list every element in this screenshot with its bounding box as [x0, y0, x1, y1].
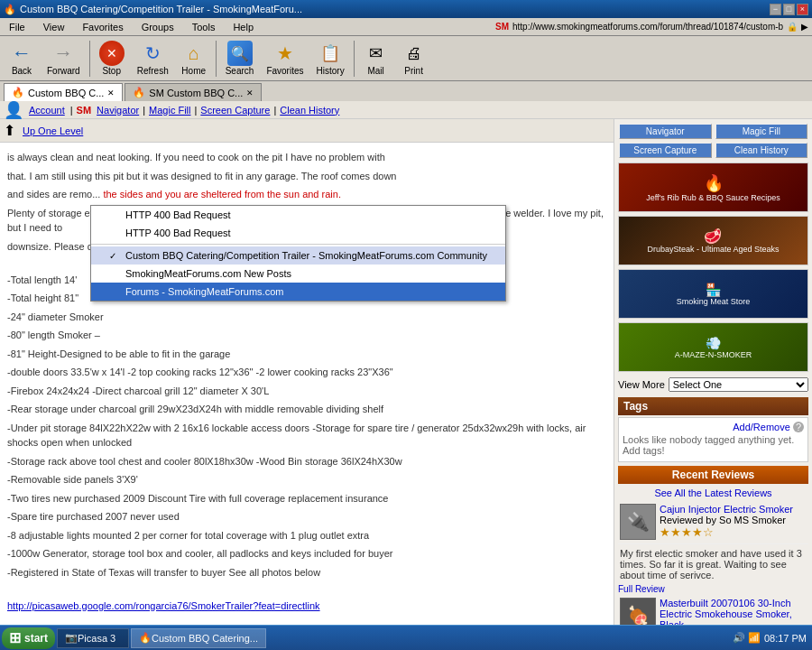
see-all-reviews: See All the Latest Reviews [618, 486, 808, 500]
toolbar-separator [89, 41, 90, 77]
ad-jeffs-rib-rub[interactable]: 🔥 Jeff's Rib Rub & BBQ Sauce Recipes [618, 162, 808, 212]
taskbar-icons: 🔊 📶 [733, 632, 761, 644]
search-button[interactable]: 🔍 Search [220, 39, 260, 78]
select-one-dropdown[interactable]: Select One [669, 377, 808, 392]
smf-breadcrumb-bar: ⬆ Up One Level [0, 119, 614, 143]
taskbar-custom-bbq[interactable]: 🔥 Custom BBQ Catering... [131, 628, 266, 648]
back-button[interactable]: ← Back [4, 39, 40, 78]
up-one-level-link[interactable]: Up One Level [23, 125, 83, 136]
tab-close-2[interactable]: ✕ [246, 88, 254, 98]
menu-view[interactable]: View [38, 21, 70, 33]
menu-bar: File View Favorites Groups Tools Help SM… [0, 18, 812, 36]
smf-nav-link-4[interactable]: Clean History [280, 105, 339, 116]
minimize-button[interactable]: − [770, 4, 781, 15]
history-dropdown: HTTP 400 Bad Request HTTP 400 Bad Reques… [90, 205, 506, 302]
ad-drubay-steak[interactable]: 🥩 DrubaySteak - Ultimate Aged Steaks [618, 216, 808, 265]
spec-9: -Under pit storage 84lX22hX22w with 2 16… [7, 421, 606, 450]
history-button[interactable]: 📋 History [311, 39, 350, 78]
check-icon-3: ✓ [109, 251, 120, 261]
highlighted-text: the sides and you are sheltered from the… [103, 189, 341, 200]
tab-label-2: SM Custom BBQ C... [149, 88, 243, 98]
address-display: http://www.smokingmeatforums.com/forum/t… [512, 22, 783, 32]
menu-file[interactable]: File [4, 21, 31, 33]
tab-custom-bbq[interactable]: 🔥 Custom BBQ C... ✕ [4, 83, 123, 101]
smf-logo: SM [77, 105, 92, 116]
tab-sm-custom[interactable]: 🔥 SM Custom BBQ C... ✕ [125, 83, 262, 101]
content-area: ⬆ Up One Level is always clean and neat … [0, 119, 614, 634]
post-text-2: that. I am still using this pit but it w… [7, 169, 606, 184]
account-link[interactable]: Account [29, 105, 65, 116]
ad-4-label: A-MAZE-N-SMOKER [675, 350, 752, 359]
review-info-1: Cajun Injector Electric Smoker Reviewed … [660, 504, 807, 540]
review-item-1: 🔌 Cajun Injector Electric Smoker Reviewe… [618, 500, 808, 544]
smf-nav-link-1[interactable]: Navigator [97, 105, 139, 116]
spec-11: -Removable side panels 3'X9' [7, 472, 606, 488]
bbq-taskbar-icon: 🔥 [139, 632, 152, 644]
dropdown-item-1[interactable]: HTTP 400 Bad Request [91, 206, 505, 224]
tabs-bar: 🔥 Custom BBQ C... ✕ 🔥 SM Custom BBQ C...… [0, 81, 812, 101]
smf-nav-link-2[interactable]: Magic Fill [149, 105, 190, 116]
smf-nav-link-3[interactable]: Screen Capture [200, 105, 270, 116]
clean-history-button[interactable]: Clean History [715, 143, 808, 158]
view-more-label: View More [618, 379, 665, 390]
review-title-1[interactable]: Cajun Injector Electric Smoker [660, 504, 807, 515]
dropdown-separator [91, 244, 505, 245]
picasa-link[interactable]: http://picasaweb.google.com/rongarcia76/… [7, 600, 320, 611]
see-all-link[interactable]: See All the Latest Reviews [654, 488, 771, 498]
ad-1-label: Jeff's Rib Rub & BBQ Sauce Recipes [646, 193, 780, 202]
refresh-button[interactable]: ↻ Refresh [132, 39, 174, 78]
dropdown-item-2[interactable]: HTTP 400 Bad Request [91, 224, 505, 242]
magic-fill-button[interactable]: Magic Fill [715, 124, 808, 139]
main-layout: ⬆ Up One Level is always clean and neat … [0, 119, 812, 634]
spec-15: -1000w Generator, storage tool box and c… [7, 546, 606, 562]
up-one-level-icon: ⬆ [4, 122, 15, 139]
dropdown-item-5[interactable]: Forums - SmokingMeatForums.com [91, 283, 505, 301]
review-text-1: My first electic smoker and have used it… [618, 544, 808, 584]
ad-smoking-meat-store[interactable]: 🏪 Smoking Meat Store [618, 269, 808, 319]
close-button[interactable]: × [797, 4, 808, 15]
navigator-button[interactable]: Navigator [619, 124, 712, 139]
print-button[interactable]: 🖨 Print [396, 39, 432, 78]
ad-amaze-n[interactable]: 💨 A-MAZE-N-SMOKER [618, 322, 808, 372]
forward-button[interactable]: → Forward [42, 39, 86, 78]
review-stars-1: ★★★★☆ [660, 525, 807, 539]
picasa-taskbar-icon: 📷 [65, 632, 78, 644]
spec-10: -Storage rack above tool chest and coole… [7, 454, 606, 469]
dropdown-item-3[interactable]: ✓ Custom BBQ Catering/Competition Traile… [91, 246, 505, 265]
menu-tools[interactable]: Tools [187, 21, 221, 33]
taskbar-picasa[interactable]: 📷 Picasa 3 [57, 628, 129, 648]
review-img-1: 🔌 [620, 504, 656, 540]
menu-help[interactable]: Help [227, 21, 259, 33]
start-button[interactable]: ⊞ start [2, 627, 55, 649]
smf-account-bar: 👤 Account | SM Navigator | Magic Fill | … [0, 101, 812, 119]
spec-8: -Rear storage under charcoal grill 29wX2… [7, 402, 606, 417]
menu-favorites[interactable]: Favorites [77, 21, 128, 33]
reviews-title: Recent Reviews [618, 466, 808, 484]
review-full-1[interactable]: Full Review [618, 584, 808, 594]
go-icon[interactable]: ▶ [801, 22, 808, 32]
spec-7: -Firebox 24x24x24 -Direct charcoal grill… [7, 384, 606, 399]
reviews-section: Recent Reviews See All the Latest Review… [618, 466, 808, 634]
account-icon: 👤 [4, 100, 23, 120]
screen-capture-button[interactable]: Screen Capture [619, 143, 712, 158]
post-text-3: and sides are remo... the sides and you … [7, 187, 606, 202]
browser-favicon: 🔥 [4, 4, 16, 15]
favorites-button[interactable]: ★ Favorites [261, 39, 309, 78]
spec-13: -Spare tire purchased 2007 never used [7, 509, 606, 525]
tags-section: Tags Add/Remove ? Looks like nobody tagg… [618, 397, 808, 462]
dropdown-item-4[interactable]: SmokingMeatForums.com New Posts [91, 265, 505, 283]
spec-4: -80" length Smoker – [7, 328, 606, 343]
stop-button[interactable]: ✕ Stop [94, 39, 130, 78]
maximize-button[interactable]: □ [783, 4, 795, 15]
spec-14: -8 adjustable lights mounted 2 per corne… [7, 528, 606, 543]
add-remove-tags-link[interactable]: Add/Remove [733, 422, 790, 432]
tags-help-icon[interactable]: ? [793, 422, 804, 432]
mail-button[interactable]: ✉ Mail [358, 39, 394, 78]
sidebar-nav-buttons: Navigator Magic Fill Screen Capture Clea… [618, 123, 808, 159]
spec-16: -Registered in State of Texas will trans… [7, 565, 606, 580]
menu-groups[interactable]: Groups [136, 21, 180, 33]
right-sidebar: Navigator Magic Fill Screen Capture Clea… [614, 119, 812, 634]
post-text-1: is always clean and neat looking. If you… [7, 150, 606, 165]
home-button[interactable]: ⌂ Home [176, 39, 212, 78]
tab-close-1[interactable]: ✕ [107, 88, 115, 98]
